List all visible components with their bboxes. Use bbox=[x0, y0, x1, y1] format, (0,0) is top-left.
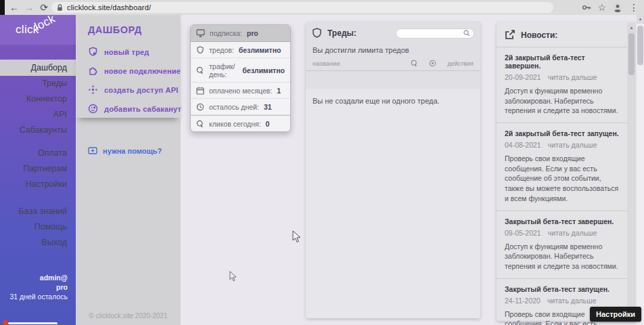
sidebar-item-logout[interactable]: Выход bbox=[0, 235, 76, 251]
browser-address-bar[interactable]: clicklock.site/dashboard/ bbox=[51, 2, 553, 13]
sidebar-item-subaccounts[interactable]: Сабакаунты bbox=[0, 123, 76, 138]
threads-limit-message: Вы достигли лимита тредов bbox=[306, 41, 480, 57]
read-more-link[interactable]: читать дальше bbox=[548, 229, 597, 237]
app-logo[interactable]: clicklock bbox=[0, 15, 76, 45]
news-item-title: 2й закрытый бета-тест запущен. bbox=[505, 129, 620, 137]
stat-label: осталось дней: bbox=[209, 103, 259, 111]
action-new-thread[interactable]: новый тред bbox=[88, 47, 150, 57]
profile-avatar-icon[interactable] bbox=[612, 2, 623, 13]
sidebar-item-threads[interactable]: Треды bbox=[0, 76, 76, 91]
read-more-link[interactable]: читать дальше bbox=[547, 297, 597, 305]
calendar-icon bbox=[196, 87, 204, 95]
news-item-title: 2й закрытый бета-тест завершен. bbox=[505, 53, 620, 70]
shield-plus-icon bbox=[88, 47, 98, 57]
account-days-left: 31 дней осталось bbox=[0, 292, 68, 301]
news-panel: Новости: 2й закрытый бета-тест завершен.… bbox=[497, 22, 637, 321]
page-scroll-up-icon[interactable]: ▲ bbox=[637, 15, 644, 24]
subscription-card: подписка: pro тредов: безлимитно трафик/… bbox=[190, 24, 291, 132]
padlock-icon bbox=[57, 4, 63, 12]
bookmark-star-icon[interactable]: ☆ bbox=[597, 0, 606, 15]
news-item-date: 24-11-2020 bbox=[505, 297, 540, 305]
stat-label: оплачено месяцев: bbox=[209, 87, 272, 95]
action-add-subaccount[interactable]: добавить сабаканут bbox=[88, 104, 181, 114]
browser-back-button[interactable]: ← bbox=[7, 0, 22, 15]
search-icon bbox=[463, 30, 470, 37]
browser-menu-icon[interactable]: ⋮ bbox=[629, 0, 639, 15]
column-header-name: название bbox=[313, 60, 340, 67]
news-scrollbar[interactable]: ▲ ▼ bbox=[627, 22, 636, 320]
stat-value: 1 bbox=[277, 87, 281, 95]
sidebar-item-connector[interactable]: Коннектор bbox=[0, 91, 76, 107]
help-chat-icon bbox=[88, 147, 97, 155]
scroll-up-icon[interactable]: ▲ bbox=[627, 24, 636, 32]
news-item: 2й закрытый бета-тест завершен. 20-09-20… bbox=[497, 47, 627, 123]
news-item-body: Доступ к функциям временно заблокирован.… bbox=[505, 86, 620, 116]
key-icon[interactable] bbox=[582, 3, 591, 12]
mouse-cursor-icon bbox=[229, 271, 237, 282]
stat-row-traffic: трафик/день: безлимитно bbox=[191, 58, 290, 83]
news-item-title: Закрытый бета-тест завершен. bbox=[505, 217, 620, 225]
sidebar-item-knowledge-base[interactable]: База знаний bbox=[0, 204, 76, 219]
news-scrollbar-thumb[interactable] bbox=[628, 33, 635, 75]
news-item: 2й закрытый бета-тест запущен. 04-08-202… bbox=[497, 123, 627, 210]
account-info: admin@ pro 31 дней осталось bbox=[0, 273, 76, 301]
need-help-link[interactable]: нужна помощь? bbox=[88, 147, 162, 155]
action-label: создать доступ API bbox=[104, 86, 179, 94]
action-create-api-access[interactable]: создать доступ API bbox=[88, 85, 179, 95]
page-title: ДАШБОРД bbox=[88, 24, 142, 35]
threads-title: Треды: bbox=[327, 28, 356, 38]
account-plan: pro bbox=[0, 282, 68, 292]
action-label: новый тред bbox=[104, 48, 150, 56]
column-clicks-icon[interactable] bbox=[411, 60, 418, 67]
traffic-icon bbox=[196, 66, 204, 74]
news-title: Новости: bbox=[521, 30, 557, 40]
clock-icon bbox=[196, 103, 204, 111]
threads-shield-icon bbox=[312, 28, 322, 39]
stat-label: тредов: bbox=[209, 46, 234, 54]
mouse-cursor-icon bbox=[292, 230, 302, 244]
stat-row-clicks-today: кликов сегодня: 0 bbox=[191, 115, 290, 131]
browser-forward-button[interactable]: → bbox=[22, 0, 37, 15]
sidebar-nav: Дашборд Треды Коннектор API Сабакаунты О… bbox=[0, 60, 76, 251]
stat-value: 0 bbox=[266, 120, 270, 128]
subscription-header: подписка: pro bbox=[191, 25, 290, 42]
subscription-value: pro bbox=[247, 29, 258, 37]
sidebar-item-payment[interactable]: Оплата bbox=[0, 146, 76, 161]
video-progress-dot bbox=[3, 320, 8, 325]
stat-row-threads: тредов: безлимитно bbox=[191, 42, 290, 58]
sidebar-item-dashboard[interactable]: Дашборд bbox=[0, 60, 76, 76]
news-item-body: Проверь свои входящие сообщения. Если у … bbox=[505, 154, 620, 203]
news-item: Закрытый бета-тест завершен. 09-05-2021 … bbox=[497, 211, 627, 278]
screen-edge-strip bbox=[0, 0, 5, 15]
threads-panel: Треды: Вы достигли лимита тредов названи… bbox=[306, 22, 480, 318]
monitor-icon bbox=[196, 29, 205, 37]
sidebar-item-partners[interactable]: Партнерам bbox=[0, 161, 76, 177]
sidebar-item-api[interactable]: API bbox=[0, 107, 76, 123]
subscription-label: подписка: bbox=[210, 29, 242, 37]
sidebar-item-settings[interactable]: Настройки bbox=[0, 177, 76, 192]
action-label: добавить сабаканут bbox=[104, 105, 181, 113]
external-link-icon bbox=[505, 30, 515, 40]
threads-empty-state: Вы не создали еще ни одного треда. bbox=[306, 89, 480, 318]
news-item-date: 09-05-2021 bbox=[505, 229, 541, 237]
news-item-title: Закрытый бета-тест запущен. bbox=[505, 285, 620, 293]
api-cross-icon bbox=[88, 85, 98, 95]
shield-icon bbox=[196, 46, 204, 54]
action-new-connection[interactable]: новое подключение bbox=[88, 66, 181, 76]
stat-label: кликов сегодня: bbox=[209, 120, 261, 128]
news-item-body: Доступ к функциям временно заблокирован.… bbox=[505, 242, 620, 272]
clicks-icon bbox=[196, 120, 204, 128]
read-more-link[interactable]: читать дальше bbox=[548, 141, 597, 149]
read-more-link[interactable]: читать дальше bbox=[548, 73, 597, 81]
news-item-date: 20-09-2021 bbox=[505, 73, 541, 81]
threads-empty-message: Вы не создали еще ни одного треда. bbox=[313, 97, 440, 105]
sidebar-item-help[interactable]: Помощь bbox=[0, 219, 76, 235]
stat-value: безлимитно bbox=[242, 66, 285, 74]
column-status-icon[interactable] bbox=[429, 60, 436, 67]
player-settings-tooltip[interactable]: Настройки bbox=[590, 307, 641, 322]
threads-search-input[interactable] bbox=[396, 28, 474, 39]
page-scrollbar-thumb[interactable] bbox=[637, 26, 643, 65]
puzzle-icon bbox=[88, 66, 98, 76]
column-header-actions: действия bbox=[447, 60, 474, 67]
stat-row-months: оплачено месяцев: 1 bbox=[191, 83, 290, 99]
